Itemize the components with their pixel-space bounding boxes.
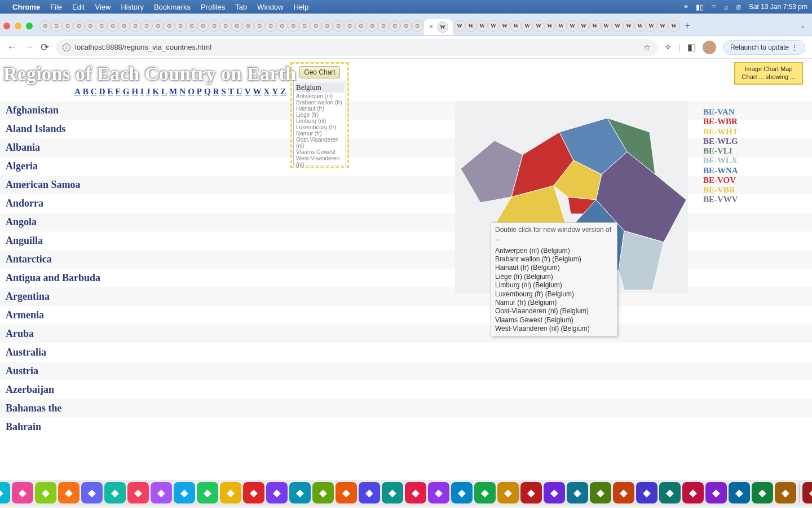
- country-row[interactable]: Afghanistan: [0, 101, 812, 120]
- clock[interactable]: Sat 13 Jan 7:53 pm: [749, 3, 807, 11]
- background-tab[interactable]: ⊙: [242, 20, 254, 32]
- alpha-link-P[interactable]: P: [197, 87, 202, 96]
- menu-edit[interactable]: Edit: [72, 3, 85, 11]
- background-tab[interactable]: W: [623, 20, 634, 32]
- minimize-window-button[interactable]: [15, 23, 21, 29]
- background-tab[interactable]: ⊙: [51, 20, 62, 32]
- menu-tab[interactable]: Tab: [235, 3, 247, 11]
- alpha-link-V[interactable]: V: [245, 87, 251, 96]
- country-row[interactable]: Bahrain: [0, 418, 812, 436]
- background-tab[interactable]: W: [612, 20, 623, 32]
- reload-button[interactable]: ⟳: [41, 41, 49, 54]
- alpha-link-E[interactable]: E: [108, 87, 113, 96]
- alpha-link-W[interactable]: W: [253, 87, 262, 96]
- background-tab[interactable]: ⊙: [62, 20, 73, 32]
- background-tab[interactable]: ⊙: [367, 20, 378, 32]
- menu-file[interactable]: File: [50, 3, 62, 11]
- background-tab[interactable]: ⊙: [288, 20, 299, 32]
- background-tab[interactable]: W: [454, 20, 465, 32]
- listbox-option[interactable]: Namur (fr): [295, 130, 345, 137]
- background-tab[interactable]: ⊙: [254, 20, 265, 32]
- alpha-link-Q[interactable]: Q: [204, 87, 211, 96]
- country-row[interactable]: Angola: [0, 213, 812, 231]
- country-row[interactable]: American Samoa: [0, 176, 812, 194]
- wifi-icon[interactable]: ⌔: [712, 3, 716, 11]
- alpha-link-K[interactable]: K: [152, 87, 159, 96]
- country-row[interactable]: Antigua and Barbuda: [0, 269, 812, 287]
- fullscreen-window-button[interactable]: [26, 23, 33, 29]
- menu-profiles[interactable]: Profiles: [201, 3, 225, 11]
- background-tab[interactable]: ⊙: [344, 20, 355, 32]
- alpha-link-Z[interactable]: Z: [280, 87, 286, 96]
- address-bar[interactable]: i localhost:8888/regions_via_countries.h…: [56, 39, 657, 56]
- sidepanel-icon[interactable]: ◧: [687, 42, 696, 52]
- background-tab[interactable]: ⊙: [231, 20, 242, 32]
- country-row[interactable]: Andorra: [0, 194, 812, 213]
- listbox-option[interactable]: Luxembourg (fr): [295, 124, 345, 130]
- listbox-option[interactable]: Liège (fr): [295, 112, 345, 118]
- background-tab[interactable]: W: [499, 20, 510, 32]
- bookmark-star-icon[interactable]: ☆: [643, 42, 651, 52]
- menu-help[interactable]: Help: [294, 3, 309, 11]
- country-row[interactable]: Austria: [0, 362, 812, 380]
- background-tab[interactable]: ⊙: [130, 20, 141, 32]
- menu-window[interactable]: Window: [257, 3, 283, 11]
- menu-view[interactable]: View: [95, 3, 111, 11]
- listbox-option[interactable]: West-Vlaanderen (nl): [295, 155, 345, 168]
- close-window-button[interactable]: [3, 23, 10, 29]
- background-tab[interactable]: ⊙: [355, 20, 367, 32]
- region-listbox[interactable]: Belgium Antwerpen (nl)Brabant wallon (fr…: [293, 81, 346, 165]
- background-tab[interactable]: ⊙: [220, 20, 231, 32]
- background-tab[interactable]: ⊙: [85, 20, 96, 32]
- country-row[interactable]: Aland Islands: [0, 120, 812, 138]
- listbox-option[interactable]: Hainaut (fr): [295, 106, 345, 112]
- alpha-link-D[interactable]: D: [99, 87, 105, 96]
- country-row[interactable]: Armenia: [0, 306, 812, 325]
- background-tab[interactable]: W: [533, 20, 544, 32]
- background-tab[interactable]: ⊙: [310, 20, 321, 32]
- alpha-link-X[interactable]: X: [264, 87, 270, 96]
- background-tab[interactable]: W: [578, 20, 589, 32]
- listbox-option[interactable]: Antwerpen (nl): [295, 93, 345, 99]
- background-tab[interactable]: W: [476, 20, 488, 32]
- alpha-link-R[interactable]: R: [213, 87, 219, 96]
- control-center-icon[interactable]: ⎚: [736, 3, 741, 11]
- country-row[interactable]: Argentina: [0, 287, 812, 306]
- background-tab[interactable]: ⊙: [400, 20, 412, 32]
- alpha-link-C[interactable]: C: [91, 87, 97, 96]
- close-tab-icon[interactable]: ✕: [429, 23, 434, 30]
- background-tab[interactable]: ⊙: [164, 20, 175, 32]
- alpha-link-F[interactable]: F: [116, 87, 121, 96]
- background-tab[interactable]: ⊙: [389, 20, 400, 32]
- relaunch-button[interactable]: Relaunch to update ⋮: [723, 40, 805, 55]
- country-row[interactable]: Anguilla: [0, 231, 812, 250]
- background-tab[interactable]: W: [668, 20, 679, 32]
- background-tab[interactable]: ⊙: [265, 20, 276, 32]
- background-tab[interactable]: ⊙: [107, 20, 118, 32]
- background-tab[interactable]: ⊙: [276, 20, 288, 32]
- back-button[interactable]: ←: [7, 41, 17, 53]
- listbox-option[interactable]: Oost-Vlaanderen (nl): [295, 137, 345, 149]
- alpha-link-T[interactable]: T: [228, 87, 234, 96]
- background-tab[interactable]: ⊙: [299, 20, 310, 32]
- country-row[interactable]: Bahamas the: [0, 399, 812, 418]
- background-tab[interactable]: W: [657, 20, 668, 32]
- background-tab[interactable]: ⊙: [209, 20, 220, 32]
- background-tab[interactable]: W: [555, 20, 567, 32]
- profile-avatar[interactable]: [703, 41, 716, 54]
- background-tab[interactable]: W: [634, 20, 646, 32]
- background-tab[interactable]: ⊙: [186, 20, 197, 32]
- background-tab[interactable]: ⊙: [73, 20, 85, 32]
- alpha-link-J[interactable]: J: [146, 87, 151, 96]
- listbox-option[interactable]: Limburg (nl): [295, 118, 345, 124]
- alpha-link-A[interactable]: A: [74, 87, 81, 96]
- background-tab[interactable]: ⊙: [412, 20, 423, 32]
- background-tab[interactable]: W: [465, 20, 476, 32]
- battery-icon[interactable]: ▮▯: [696, 3, 704, 11]
- menu-bookmarks[interactable]: Bookmarks: [154, 3, 191, 11]
- background-tab[interactable]: W: [488, 20, 499, 32]
- alpha-link-H[interactable]: H: [131, 87, 138, 96]
- alpha-link-G[interactable]: G: [123, 87, 130, 96]
- country-row[interactable]: Azerbaijan: [0, 380, 812, 399]
- forward-button[interactable]: →: [24, 41, 34, 53]
